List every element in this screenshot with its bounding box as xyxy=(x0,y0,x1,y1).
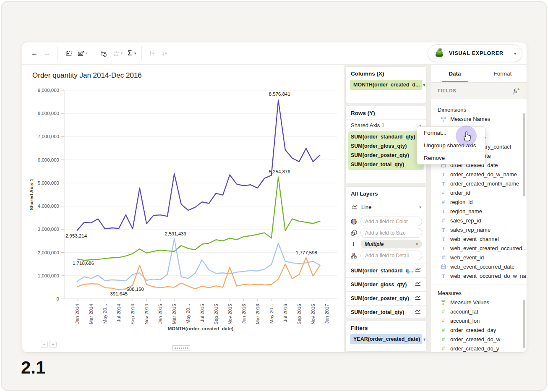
measure-field[interactable]: #Measure Values xyxy=(431,298,527,307)
field-label: web_event_occurred_date xyxy=(450,264,514,270)
dimension-field[interactable]: Torder_created_do_w_name xyxy=(431,170,527,179)
measures-label: Measures xyxy=(431,288,527,298)
dimension-field[interactable]: web_event_occurred_date xyxy=(431,262,527,271)
fields-panel: Data Format FIELDS fx+ Dimensions TMeasu… xyxy=(431,65,527,352)
forward-arrow-icon[interactable]: → xyxy=(41,47,53,60)
color-field-input[interactable] xyxy=(360,217,422,226)
dimension-field[interactable]: Tweb_event_occurred_do_w_na... xyxy=(431,271,527,280)
columns-shelf-title: Columns (X) xyxy=(346,67,426,80)
content: Order quantity Jan 2014-Dec 2016 01,000,… xyxy=(22,65,527,352)
dimension-field[interactable]: Torder_created_month_name xyxy=(431,179,527,188)
dimension-field[interactable]: Tregion_name xyxy=(431,206,527,216)
measure-field[interactable]: #order_created_do_y xyxy=(431,344,527,352)
layer-field-row[interactable]: SUM(order_total_qty) xyxy=(346,305,426,318)
layer-field-row[interactable]: SUM(order_standard_q... xyxy=(346,264,426,277)
section-divider xyxy=(431,285,527,285)
dimension-field[interactable]: Tsales_rep_name xyxy=(431,225,527,234)
text-field-pill[interactable]: Multiple ▾ xyxy=(360,240,422,248)
page-step-label: 2.1 xyxy=(21,358,45,378)
shared-axis-dropdown[interactable]: Shared Axis 1 ▾ xyxy=(346,119,426,131)
size-encoding-icon xyxy=(350,230,357,236)
line-chart: 01,000,0002,000,0003,000,0004,000,0005,0… xyxy=(22,65,344,352)
chevron-down-icon[interactable]: ▾ xyxy=(86,51,88,55)
resize-drag-handle[interactable] xyxy=(172,345,190,350)
line-mark-icon xyxy=(415,309,421,315)
duplicate-chart-icon[interactable] xyxy=(62,47,75,60)
measure-field[interactable]: #order_created_day xyxy=(431,325,527,335)
add-calculated-field-icon[interactable]: fx+ xyxy=(513,86,520,95)
rows-shelf-title: Rows (Y) xyxy=(346,106,426,119)
sort-ascending-icon[interactable] xyxy=(146,47,159,60)
dimension-field[interactable]: Tweb_event_channel xyxy=(431,234,527,243)
fields-section-header: FIELDS fx+ xyxy=(431,83,527,99)
dimension-field[interactable]: Tweb_event_created_occurred... xyxy=(431,243,527,253)
svg-text:Mar 2016: Mar 2016 xyxy=(255,304,260,324)
zoom-out-button[interactable]: − xyxy=(41,341,48,348)
menu-item-remove[interactable]: Remove xyxy=(417,152,485,164)
line-mark-icon xyxy=(415,295,421,301)
fields-header-label: FIELDS xyxy=(438,88,457,93)
dimension-field[interactable]: #region_id xyxy=(431,197,527,206)
svg-text:2,000,000: 2,000,000 xyxy=(38,250,59,255)
shared-axis-field[interactable]: SUM(order_standard_qty) xyxy=(348,132,424,141)
dimension-field[interactable]: #order_id xyxy=(431,188,527,197)
dimension-field[interactable]: #sales_rep_id xyxy=(431,216,527,225)
back-arrow-icon[interactable]: ← xyxy=(28,47,41,60)
visual-explorer-label: VISUAL EXPLORER xyxy=(449,50,504,56)
field-label: account_lon xyxy=(450,318,480,324)
filters-shelf: Filters YEAR(order_created_date) ▾ xyxy=(345,321,427,352)
toolbar-divider xyxy=(141,46,142,60)
field-label: order_id xyxy=(450,190,470,196)
field-label: region_id xyxy=(450,199,473,205)
svg-text:1,777,598: 1,777,598 xyxy=(296,250,317,255)
size-field-input[interactable] xyxy=(360,228,422,238)
tab-data[interactable]: Data xyxy=(431,65,479,82)
svg-text:May 20...: May 20... xyxy=(102,304,107,324)
dimension-field[interactable]: #web_event_id xyxy=(431,253,527,262)
measure-field[interactable]: #account_lon xyxy=(431,316,527,325)
svg-text:Shared Axis 1: Shared Axis 1 xyxy=(29,178,34,210)
field-label: web_event_id xyxy=(450,254,484,261)
svg-text:Jan 2015: Jan 2015 xyxy=(158,304,163,324)
measure-field[interactable]: #order_created_do_w xyxy=(431,335,527,344)
shelves-column: Columns (X) MONTH(order_created_d... ▾ R… xyxy=(345,66,427,352)
sort-descending-icon[interactable] xyxy=(159,47,171,60)
shared-axis-field[interactable]: SUM(order_poster_qty) xyxy=(348,151,424,160)
chevron-down-icon[interactable]: ▾ xyxy=(134,51,136,55)
svg-text:0: 0 xyxy=(57,296,59,301)
svg-text:391,645: 391,645 xyxy=(110,291,128,296)
chevron-down-icon[interactable]: ▾ xyxy=(423,83,425,87)
dimensions-scrollbar[interactable] xyxy=(523,113,525,196)
svg-text:588,150: 588,150 xyxy=(126,287,144,292)
svg-text:Sep 2015: Sep 2015 xyxy=(214,304,219,324)
chevron-down-icon[interactable]: ▾ xyxy=(419,205,421,209)
zoom-in-button[interactable]: + xyxy=(50,341,57,348)
svg-text:2,953,214: 2,953,214 xyxy=(65,233,87,238)
dimension-field[interactable]: TMeasure Names xyxy=(431,114,527,123)
toolbar-divider xyxy=(93,46,93,60)
svg-text:Nov 2014: Nov 2014 xyxy=(144,303,149,324)
chevron-down-icon[interactable]: ▾ xyxy=(121,51,123,55)
filter-field-pill[interactable]: YEAR(order_created_date) ▾ xyxy=(350,334,422,344)
svg-text:1,718,686: 1,718,686 xyxy=(73,261,94,266)
svg-text:Mar 2014: Mar 2014 xyxy=(89,303,94,324)
encoding-shelf: T Multiple ▾ xyxy=(346,214,426,264)
tab-format[interactable]: Format xyxy=(479,65,527,82)
swap-axes-icon[interactable] xyxy=(97,47,110,60)
layer-field-row[interactable]: SUM(order_gloss_qty) xyxy=(346,277,426,291)
columns-field-label: MONTH(order_created_d... xyxy=(353,82,420,88)
mark-type-dropdown[interactable]: Line ▾ xyxy=(346,200,426,214)
line-mark-icon xyxy=(415,282,421,287)
shared-axis-field[interactable]: SUM(order_gloss_qty) xyxy=(348,141,424,151)
visual-explorer-button[interactable]: VISUAL EXPLORER ▾ xyxy=(428,44,522,62)
columns-field-pill[interactable]: MONTH(order_created_d... ▾ xyxy=(350,80,422,90)
detail-field-input[interactable] xyxy=(360,251,422,260)
layer-field-row[interactable]: SUM(order_poster_qty) xyxy=(346,291,426,305)
svg-text:#: # xyxy=(442,302,444,306)
chevron-down-icon[interactable]: ▾ xyxy=(416,242,418,246)
layer-field-label: SUM(order_gloss_qty) xyxy=(351,282,407,287)
measures-scrollbar[interactable] xyxy=(523,300,525,348)
shared-axis-field[interactable]: SUM(order_total_qty) xyxy=(348,160,424,169)
measure-field[interactable]: #account_lat xyxy=(431,307,527,316)
chevron-down-icon[interactable]: ▾ xyxy=(423,337,425,342)
